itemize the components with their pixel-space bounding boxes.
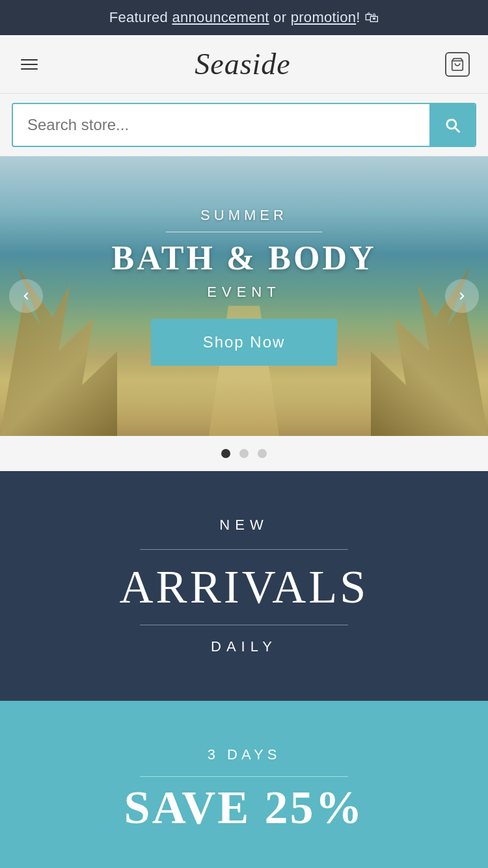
save-title: SAVE 25% xyxy=(124,781,364,835)
promotion-link[interactable]: promotion xyxy=(291,9,357,25)
hero-overlay: SUMMER BATH & BODY EVENT Shop Now xyxy=(0,156,488,436)
hamburger-menu-icon[interactable] xyxy=(18,57,40,72)
arrivals-divider-bottom xyxy=(140,625,348,625)
announcement-bar: Featured announcement or promotion! 🛍 xyxy=(0,0,488,35)
slider-dot-2[interactable] xyxy=(239,449,249,458)
arrivals-title: ARRIVALS xyxy=(120,560,369,614)
announcement-link[interactable]: announcement xyxy=(172,9,269,25)
hero-divider-top xyxy=(166,232,322,232)
arrivals-subtitle: DAILY xyxy=(211,638,277,655)
slider-dot-3[interactable] xyxy=(258,449,267,458)
save-section: 3 DAYS SAVE 25% xyxy=(0,701,488,868)
hero-title: BATH & BODY xyxy=(111,239,376,277)
header: Seaside xyxy=(0,35,488,94)
new-arrivals-section: NEW ARRIVALS DAILY xyxy=(0,471,488,701)
hero-event: EVENT xyxy=(207,284,280,301)
slider-dots xyxy=(0,436,488,471)
search-button[interactable] xyxy=(429,104,475,146)
save-divider xyxy=(140,776,348,777)
hero-slider: SUMMER BATH & BODY EVENT Shop Now xyxy=(0,156,488,436)
save-days: 3 DAYS xyxy=(208,746,281,763)
hero-subtitle: SUMMER xyxy=(200,207,288,224)
search-input[interactable] xyxy=(13,104,429,146)
arrivals-divider-top xyxy=(140,549,348,550)
cart-icon[interactable] xyxy=(445,52,470,77)
search-icon xyxy=(443,116,461,134)
arrivals-label: NEW xyxy=(219,517,268,534)
search-bar xyxy=(12,103,476,147)
slider-dot-1[interactable] xyxy=(221,449,230,458)
logo[interactable]: Seaside xyxy=(195,47,291,81)
hero-shop-now-button[interactable]: Shop Now xyxy=(151,319,338,366)
